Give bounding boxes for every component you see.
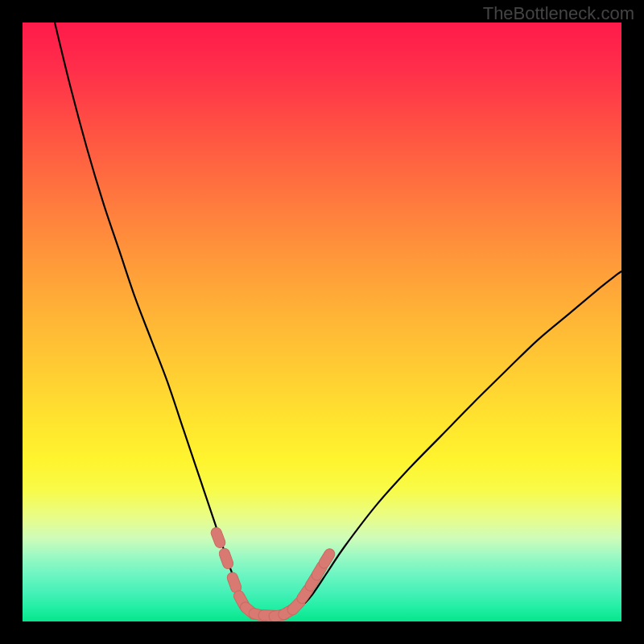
plot-area [23,23,621,621]
markers-layer [23,23,621,621]
highlight-marker [217,547,234,570]
highlight-marker [317,547,337,570]
watermark-text: TheBottleneck.com [483,3,634,24]
highlight-marker [209,526,226,549]
marker-group [209,526,336,621]
